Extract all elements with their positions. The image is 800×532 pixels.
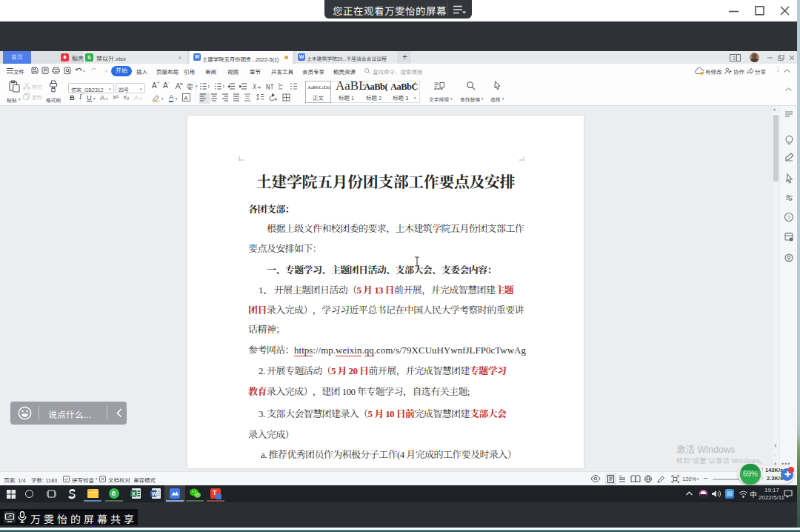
svg-text:A: A (184, 95, 188, 102)
svg-text:3: 3 (733, 56, 736, 61)
svg-text:W: W (152, 491, 158, 497)
svg-text:X: X (132, 491, 136, 497)
svg-text:?: ? (787, 215, 790, 220)
svg-text:娈: 娈 (187, 83, 193, 90)
